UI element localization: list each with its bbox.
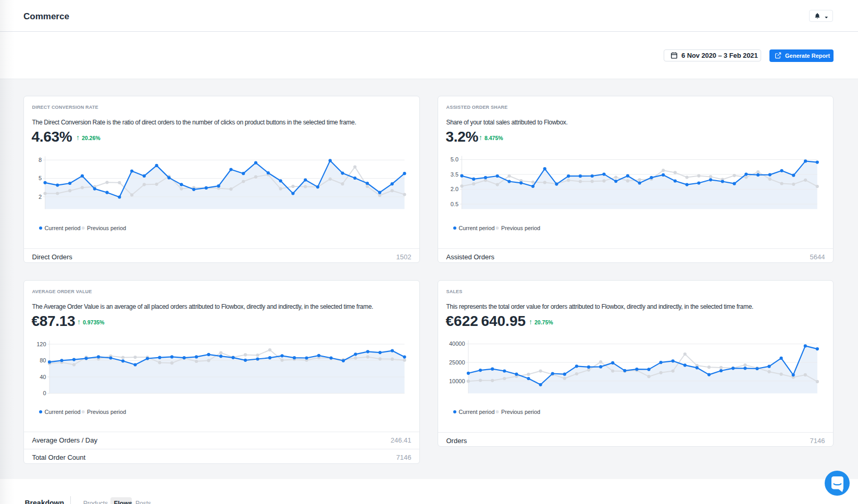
svg-text:3.5: 3.5 — [451, 171, 458, 178]
svg-text:2.0: 2.0 — [451, 186, 458, 192]
svg-text:Current period: Current period — [44, 409, 80, 415]
svg-text:2: 2 — [39, 194, 42, 200]
svg-text:Previous period: Previous period — [501, 225, 540, 231]
svg-text:Previous period: Previous period — [87, 409, 126, 415]
svg-text:Current period: Current period — [458, 409, 494, 415]
svg-text:5.0: 5.0 — [451, 156, 458, 162]
svg-text:80: 80 — [40, 357, 46, 363]
svg-text:0.5: 0.5 — [451, 201, 458, 207]
svg-text:25000: 25000 — [449, 359, 465, 366]
svg-text:5: 5 — [39, 175, 42, 181]
svg-text:Previous period: Previous period — [87, 225, 126, 231]
svg-text:120: 120 — [36, 341, 46, 347]
svg-text:Current period: Current period — [44, 225, 80, 231]
svg-text:0: 0 — [43, 390, 46, 396]
svg-text:Current period: Current period — [458, 225, 494, 231]
svg-text:10000: 10000 — [449, 378, 465, 384]
svg-text:Previous period: Previous period — [501, 409, 540, 415]
svg-text:40000: 40000 — [449, 341, 465, 347]
svg-text:40: 40 — [40, 374, 46, 380]
svg-text:8: 8 — [39, 157, 42, 163]
